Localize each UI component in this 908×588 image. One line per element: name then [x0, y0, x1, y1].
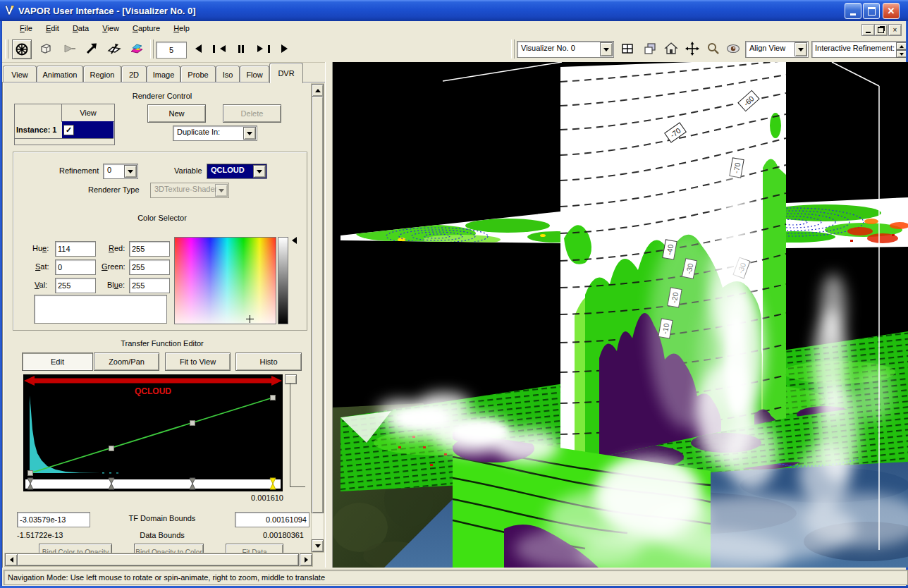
- probe-mode-button[interactable]: [60, 39, 78, 58]
- mdi-minimize-button[interactable]: [861, 24, 875, 36]
- cascade-windows-button[interactable]: [641, 39, 659, 58]
- duplicate-in-value: Duplicate In:: [177, 128, 220, 136]
- sat-field[interactable]: 0: [55, 259, 96, 275]
- chevron-down-icon[interactable]: [795, 42, 807, 56]
- variable-select[interactable]: QCLOUD: [207, 164, 267, 179]
- blue-field[interactable]: 255: [129, 278, 170, 293]
- play-backward-button[interactable]: [187, 39, 205, 58]
- new-renderer-button[interactable]: New: [147, 104, 206, 123]
- minimize-button[interactable]: [845, 3, 861, 19]
- image-plane-button[interactable]: [128, 39, 146, 58]
- chevron-down-icon[interactable]: [253, 165, 266, 178]
- scrollbar-thumb[interactable]: [312, 96, 324, 513]
- tf-fit-to-view-button[interactable]: Fit to View: [165, 353, 231, 371]
- panel-splitter[interactable]: [325, 62, 333, 568]
- panel-horizontal-scrollbar[interactable]: [4, 553, 313, 567]
- visualizer-3d-scene[interactable]: -70 -60 -70 -40 -30 -30 -20 -10: [331, 62, 908, 568]
- tf-edit-button[interactable]: Edit: [22, 353, 93, 371]
- scroll-left-icon: [7, 557, 13, 563]
- hue-field[interactable]: 114: [55, 241, 96, 257]
- home-view-button[interactable]: [662, 39, 680, 58]
- green-field[interactable]: 255: [129, 259, 170, 275]
- menu-file[interactable]: File: [14, 21, 38, 35]
- tf-max-field[interactable]: 0.00161094: [235, 512, 309, 527]
- panel-vertical-scrollbar[interactable]: [311, 83, 324, 553]
- tf-control-point[interactable]: [190, 421, 195, 426]
- menu-data[interactable]: Data: [67, 21, 94, 35]
- hue-sat-gradient-picker[interactable]: [174, 237, 276, 324]
- visualizer-select-value: Visualizer No. 0: [521, 44, 575, 52]
- chevron-down-icon[interactable]: [124, 165, 137, 178]
- tab-iso[interactable]: Iso: [216, 66, 240, 82]
- rake-mode-button[interactable]: [82, 39, 101, 58]
- tf-histo-button[interactable]: Histo: [235, 353, 302, 371]
- tab-probe[interactable]: Probe: [180, 66, 216, 82]
- tab-flow[interactable]: Flow: [240, 66, 269, 82]
- visibility-button[interactable]: [724, 39, 742, 58]
- delete-renderer-button[interactable]: Delete: [223, 104, 281, 123]
- scrollbar-thumb[interactable]: [17, 553, 299, 566]
- menu-view[interactable]: View: [97, 21, 125, 35]
- interactive-refinement-spinbox[interactable]: Interactive Refinement: 0: [811, 41, 907, 58]
- tf-min-field[interactable]: -3.03579e-13: [17, 512, 90, 527]
- refinement-select[interactable]: 0: [103, 164, 138, 179]
- tab-2d[interactable]: 2D: [121, 66, 147, 82]
- view-all-button[interactable]: [683, 39, 701, 58]
- tab-view[interactable]: View: [3, 66, 37, 82]
- mdi-minimize-icon: [866, 32, 871, 33]
- step-backward-icon: [216, 45, 226, 52]
- val-field[interactable]: 255: [55, 278, 96, 293]
- zoom-button[interactable]: [704, 39, 723, 58]
- scroll-up-button[interactable]: [312, 84, 324, 97]
- step-backward-button[interactable]: [209, 39, 228, 58]
- chevron-down-icon[interactable]: [243, 127, 256, 140]
- step-forward-button[interactable]: [254, 39, 273, 58]
- tf-control-point[interactable]: [28, 471, 33, 476]
- pause-button[interactable]: [232, 39, 250, 58]
- toolbar-grip[interactable]: [511, 39, 515, 59]
- menu-help[interactable]: Help: [168, 21, 195, 35]
- value-slider[interactable]: [278, 237, 288, 324]
- align-view-select[interactable]: Align View: [745, 41, 809, 58]
- tf-domain-slider-handle[interactable]: [285, 374, 297, 384]
- plane-arrow-icon: [107, 42, 121, 56]
- tf-control-point[interactable]: [271, 396, 276, 400]
- tf-zoom-pan-button[interactable]: Zoom/Pan: [94, 353, 159, 371]
- tab-region[interactable]: Region: [83, 66, 121, 82]
- toolbar-grip[interactable]: [150, 39, 154, 59]
- value-slider-arrow-icon[interactable]: [288, 237, 297, 244]
- red-field[interactable]: 255: [129, 241, 170, 257]
- tab-image[interactable]: Image: [147, 66, 180, 82]
- region-select-button[interactable]: [36, 39, 54, 58]
- scroll-right-button[interactable]: [300, 553, 312, 566]
- close-button[interactable]: ✕: [883, 3, 900, 19]
- transfer-function-canvas[interactable]: QCLOUD: [23, 374, 283, 491]
- toolbar-grip[interactable]: [5, 39, 8, 59]
- instance-enabled-checkbox[interactable]: ✓: [63, 125, 74, 135]
- menu-capture[interactable]: Capture: [127, 21, 166, 35]
- menu-edit[interactable]: Edit: [40, 21, 65, 35]
- navigation-mode-button[interactable]: [12, 39, 32, 59]
- tab-dvr[interactable]: DVR: [269, 63, 303, 83]
- visualizer-select[interactable]: Visualizer No. 0: [517, 41, 614, 58]
- frame-counter-field[interactable]: 5: [156, 42, 187, 59]
- maximize-button[interactable]: [863, 3, 880, 19]
- instance-table-header: View: [61, 104, 114, 122]
- cube-icon: [38, 42, 52, 56]
- mdi-restore-button[interactable]: [874, 24, 888, 36]
- play-forward-button[interactable]: [277, 39, 295, 58]
- instance-enabled-cell[interactable]: ✓: [62, 121, 114, 139]
- 2d-plane-button[interactable]: [105, 39, 123, 58]
- tf-control-point[interactable]: [109, 446, 114, 451]
- new-visualizer-button[interactable]: [618, 39, 637, 58]
- close-icon: ✕: [888, 6, 895, 16]
- scroll-down-button[interactable]: [312, 539, 324, 552]
- spin-down-icon: [900, 53, 904, 58]
- tab-animation[interactable]: Animation: [37, 66, 83, 82]
- title-bar[interactable]: VAPOR User Interface - [Visualizer No. 0…: [0, 0, 908, 21]
- blue-label: Blue:: [107, 281, 125, 289]
- duplicate-in-select[interactable]: Duplicate In:: [173, 125, 257, 141]
- chevron-down-icon[interactable]: [600, 42, 613, 56]
- scroll-left-button[interactable]: [5, 553, 18, 566]
- mdi-close-button[interactable]: ×: [888, 24, 902, 36]
